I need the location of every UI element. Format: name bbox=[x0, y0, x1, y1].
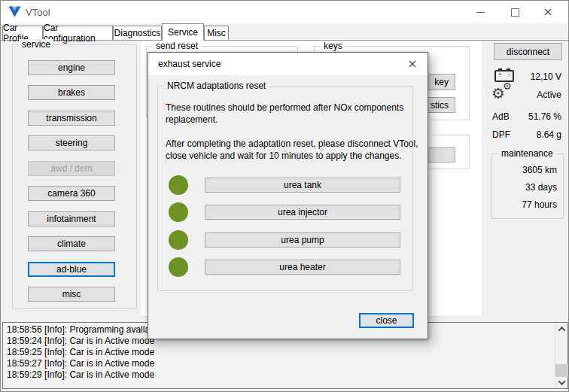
disconnect-button[interactable]: disconnect bbox=[494, 43, 562, 60]
log-line: 18:59:25 [Info]: Car is in Active mode bbox=[7, 347, 154, 358]
app-window: VTool × Car Profile Car configuration Di… bbox=[0, 0, 569, 392]
status-circle-urea-injector bbox=[169, 202, 188, 222]
nrcm-group-label: NRCM adaptations reset bbox=[164, 81, 269, 91]
log-line: 18:59:29 [Info]: Car is in Active mode bbox=[7, 369, 154, 381]
transmission-button[interactable]: transmission bbox=[28, 111, 115, 126]
dialog-title: exhaust service bbox=[158, 59, 221, 69]
service-groupbox: service engine brakes transmission steer… bbox=[12, 44, 137, 309]
dialog-close-button[interactable]: × bbox=[397, 53, 428, 75]
exhaust-service-dialog: exhaust service × NRCM adaptations reset… bbox=[148, 52, 428, 339]
camera-360-button[interactable]: camera 360 bbox=[28, 186, 115, 201]
adb-value: 51.76 % bbox=[494, 111, 561, 122]
close-icon: × bbox=[407, 58, 417, 70]
dialog-text: After completing the adaptation reset, p… bbox=[166, 138, 418, 149]
tab-car-profile[interactable]: Car Profile bbox=[2, 26, 43, 40]
log-line: 18:58:56 [Info]: Programming available: … bbox=[7, 324, 172, 336]
status-circle-urea-heater bbox=[169, 257, 188, 277]
status-circle-urea-tank bbox=[169, 175, 188, 195]
log-line: 18:59:27 [Info]: Car is in Active mode bbox=[7, 358, 154, 369]
log-line: 18:59:24 [Info]: Car is in Active mode bbox=[7, 336, 154, 347]
vtool-logo-icon bbox=[8, 6, 21, 17]
maintenance-groupbox: maintenance 3605 km 33 days 77 hours bbox=[491, 153, 564, 219]
window-title: VTool bbox=[26, 7, 50, 18]
maintenance-days: 33 days bbox=[525, 182, 557, 193]
awd-dem-button: awd / dem bbox=[28, 161, 115, 176]
ad-blue-button[interactable]: ad-blue bbox=[28, 262, 115, 277]
dialog-close-action-button[interactable]: close bbox=[359, 313, 414, 328]
urea-injector-button[interactable]: urea injector bbox=[205, 205, 400, 220]
status-circle-urea-pump bbox=[169, 230, 188, 250]
maintenance-km: 3605 km bbox=[522, 165, 557, 175]
keys-group-label: keys bbox=[321, 41, 345, 51]
dialog-text: replacement. bbox=[166, 114, 218, 125]
maintenance-group-label: maintenance bbox=[498, 148, 556, 159]
log-scrollbar[interactable] bbox=[555, 323, 567, 388]
scrollbar-thumb[interactable] bbox=[555, 364, 568, 377]
dialog-titlebar: exhaust service × bbox=[148, 53, 428, 75]
service-group-label: service bbox=[19, 39, 53, 50]
maximize-icon bbox=[511, 8, 519, 17]
dialog-text: close vehicle and wait for 10 minutes to… bbox=[166, 150, 402, 161]
urea-heater-button[interactable]: urea heater bbox=[205, 260, 400, 275]
mode-value: Active bbox=[494, 90, 561, 100]
send-reset-group-label: send reset bbox=[153, 41, 201, 51]
dpf-value: 8.64 g bbox=[494, 129, 561, 140]
tab-diagnostics[interactable]: Diagnostics bbox=[113, 26, 162, 40]
urea-pump-button[interactable]: urea pump bbox=[205, 232, 400, 248]
maximize-button[interactable] bbox=[499, 2, 531, 22]
tab-misc[interactable]: Misc bbox=[204, 26, 229, 40]
dialog-text: These routines should be performed after… bbox=[166, 102, 403, 113]
tab-car-configuration[interactable]: Car configuration bbox=[43, 26, 113, 40]
climate-button[interactable]: climate bbox=[28, 236, 115, 251]
steering-button[interactable]: steering bbox=[28, 135, 115, 150]
titlebar: VTool × bbox=[1, 1, 568, 23]
close-icon: × bbox=[543, 6, 552, 18]
close-window-button[interactable]: × bbox=[532, 2, 564, 22]
engine-button[interactable]: engine bbox=[28, 60, 115, 75]
misc-button[interactable]: misc bbox=[28, 287, 115, 302]
infotainment-button[interactable]: infotainment bbox=[28, 211, 115, 226]
brakes-button[interactable]: brakes bbox=[28, 85, 115, 100]
chevron-up-icon bbox=[558, 326, 566, 333]
chevron-down-icon bbox=[558, 378, 566, 385]
minimize-button[interactable] bbox=[464, 2, 496, 22]
maintenance-hours: 77 hours bbox=[522, 199, 557, 210]
urea-tank-button[interactable]: urea tank bbox=[205, 178, 400, 193]
scroll-down-button[interactable] bbox=[555, 376, 568, 388]
scroll-up-button[interactable] bbox=[555, 323, 568, 335]
minimize-icon bbox=[476, 12, 485, 13]
tab-service[interactable]: Service bbox=[162, 23, 204, 41]
